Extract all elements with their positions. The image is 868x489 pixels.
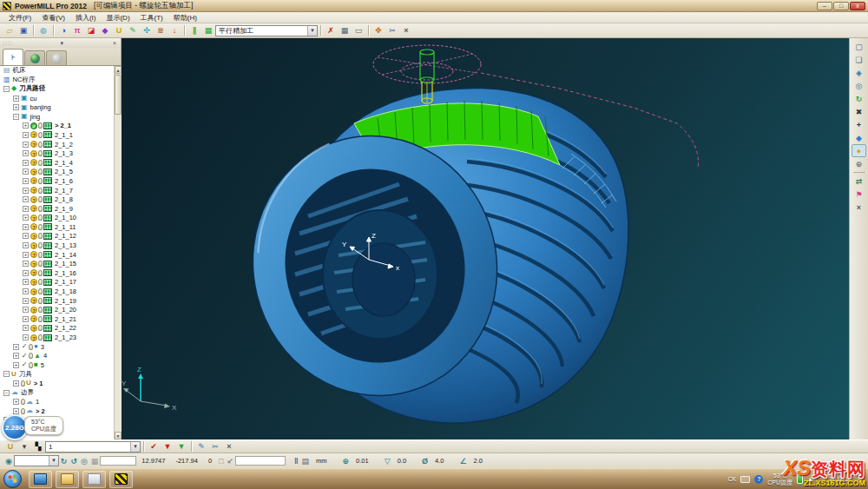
tree-item[interactable]: +?2_1_17 bbox=[0, 278, 122, 287]
tree-item[interactable]: +?2_1_16 bbox=[0, 268, 122, 278]
view-shaded-icon[interactable]: ◆ bbox=[852, 131, 866, 144]
scroll-thumb[interactable] bbox=[115, 75, 122, 115]
expand-toggle-icon[interactable]: + bbox=[13, 344, 19, 350]
chevron-down-icon[interactable]: ▼ bbox=[307, 26, 317, 36]
visibility-bulb-icon[interactable] bbox=[38, 122, 43, 129]
expand-toggle-icon[interactable]: − bbox=[3, 86, 10, 92]
expand-toggle-icon[interactable]: + bbox=[13, 353, 19, 359]
expand-toggle-icon[interactable]: + bbox=[23, 298, 29, 304]
tree-item[interactable]: +✓■5 bbox=[0, 360, 122, 370]
view-refresh-icon[interactable]: ↻ bbox=[852, 92, 866, 105]
tab-explorer-tree[interactable]: ⊦ bbox=[3, 49, 23, 65]
tree-item[interactable]: +?2_1_18 bbox=[0, 287, 122, 296]
calculator-icon[interactable]: ▦ bbox=[338, 24, 352, 36]
taskbar-app-powermill[interactable] bbox=[109, 471, 133, 488]
expand-toggle-icon[interactable]: + bbox=[23, 325, 29, 331]
visibility-bulb-icon[interactable] bbox=[38, 160, 43, 166]
expand-toggle-icon[interactable]: + bbox=[23, 150, 29, 156]
expand-toggle-icon[interactable]: + bbox=[23, 196, 29, 202]
tree-item[interactable]: +?2_1_5 bbox=[0, 168, 122, 177]
grid-toggle-icon[interactable]: ▦ bbox=[91, 457, 99, 466]
visibility-bulb-icon[interactable] bbox=[38, 270, 43, 276]
taskbar-app-folder[interactable] bbox=[56, 471, 79, 488]
visibility-bulb-icon[interactable] bbox=[38, 252, 43, 258]
tool-icon[interactable]: U bbox=[112, 24, 126, 36]
tree-item[interactable]: +▣banjing bbox=[0, 102, 122, 112]
tree-item[interactable]: +?2_1_1 bbox=[0, 130, 122, 140]
visibility-bulb-icon[interactable] bbox=[38, 169, 43, 175]
edit-toolpath-icon[interactable]: ✥ bbox=[372, 24, 385, 36]
visibility-bulb-icon[interactable] bbox=[21, 408, 25, 414]
expand-toggle-icon[interactable]: − bbox=[13, 114, 19, 120]
minimize-button[interactable]: – bbox=[817, 2, 832, 10]
chevron-down-icon[interactable]: ▼ bbox=[130, 442, 140, 452]
view-flag-icon[interactable]: ⚑ bbox=[852, 188, 866, 201]
expand-toggle-icon[interactable]: + bbox=[23, 316, 29, 322]
view-transform-icon[interactable]: ⇄ bbox=[852, 175, 866, 188]
active-workplane-icon[interactable]: ◑ bbox=[56, 24, 70, 36]
point-distribution-icon[interactable]: ✣ bbox=[140, 24, 154, 36]
tree-item[interactable]: −☁边界 bbox=[0, 388, 122, 398]
snap-field[interactable] bbox=[100, 456, 136, 466]
chevron-down-icon[interactable]: ▼ bbox=[49, 456, 58, 466]
expand-toggle-icon[interactable]: + bbox=[23, 122, 29, 129]
expand-toggle-icon[interactable]: + bbox=[23, 307, 29, 313]
edit-pencil-icon[interactable]: ✎ bbox=[194, 440, 208, 453]
visibility-bulb-icon[interactable] bbox=[38, 142, 43, 148]
menu-查看V[interactable]: 查看(V) bbox=[36, 13, 70, 23]
rapid-heights-icon[interactable]: ↓ bbox=[168, 24, 181, 36]
statistics-icon[interactable]: ▭ bbox=[352, 24, 365, 36]
view-zoom-box-icon[interactable]: ◎ bbox=[852, 79, 866, 92]
save-project-icon[interactable]: ▣ bbox=[16, 24, 30, 36]
expand-toggle-icon[interactable]: − bbox=[3, 371, 10, 377]
leads-and-links-icon[interactable]: ∥ bbox=[187, 24, 201, 36]
open-project-icon[interactable]: ▱ bbox=[3, 24, 16, 36]
expand-toggle-icon[interactable]: + bbox=[13, 104, 19, 110]
tree-item[interactable]: −▣jing bbox=[0, 112, 122, 122]
collision-check-icon[interactable]: ▼ bbox=[174, 440, 188, 453]
view-shiny-icon[interactable]: ● bbox=[852, 144, 866, 157]
tool-number-combo[interactable]: 1▼ bbox=[45, 441, 141, 453]
tool-dropdown-arrow-icon[interactable]: ▾ bbox=[17, 440, 31, 453]
measure-icon[interactable]: ↙ bbox=[227, 457, 234, 466]
taskbar-app-photos[interactable] bbox=[82, 471, 106, 488]
tree-item[interactable]: +?2_1_23 bbox=[0, 333, 122, 342]
visibility-bulb-icon[interactable] bbox=[38, 215, 43, 221]
expand-toggle-icon[interactable]: + bbox=[23, 206, 29, 212]
tree-item[interactable]: +?2_1_4 bbox=[0, 158, 122, 168]
start-button[interactable] bbox=[3, 470, 22, 488]
tree-item[interactable]: ▥NC程序 bbox=[0, 76, 122, 85]
visibility-bulb-icon[interactable] bbox=[38, 224, 43, 230]
expand-toggle-icon[interactable]: + bbox=[23, 142, 29, 148]
tree-item[interactable]: +?2_1_13 bbox=[0, 241, 122, 250]
view-resize-icon[interactable]: ▢ bbox=[852, 40, 866, 53]
menu-文件F[interactable]: 文件(F) bbox=[3, 13, 36, 23]
viewport-3d[interactable]: Z x Y bbox=[122, 38, 849, 439]
gear-model[interactable] bbox=[226, 88, 628, 423]
tree-item[interactable]: +?2_1_12 bbox=[0, 232, 122, 241]
visibility-bulb-icon[interactable] bbox=[21, 380, 25, 387]
tree-item[interactable]: +✓> 2_1 bbox=[0, 122, 122, 131]
visibility-bulb-icon[interactable] bbox=[38, 298, 43, 304]
visibility-bulb-icon[interactable] bbox=[38, 307, 43, 313]
view-wireframe-icon[interactable]: ⊕ bbox=[852, 157, 866, 170]
visibility-bulb-icon[interactable] bbox=[38, 325, 43, 331]
tree-item[interactable]: ▤机床 bbox=[0, 66, 122, 76]
visibility-bulb-icon[interactable] bbox=[21, 399, 25, 405]
pattern-icon[interactable]: π bbox=[70, 24, 84, 36]
models-icon[interactable]: ◪ bbox=[84, 24, 98, 36]
tree-item[interactable]: +?2_1_21 bbox=[0, 314, 122, 324]
visibility-bulb-icon[interactable] bbox=[38, 261, 43, 267]
visibility-bulb-icon[interactable] bbox=[29, 344, 33, 350]
view-iso-icon[interactable]: ◈ bbox=[852, 66, 866, 79]
keyboard-icon[interactable] bbox=[740, 476, 750, 483]
taskbar-app-media[interactable] bbox=[29, 471, 52, 488]
menu-显示D[interactable]: 显示(D) bbox=[101, 13, 135, 23]
tree-item[interactable]: +✓▲4 bbox=[0, 351, 122, 360]
visibility-bulb-icon[interactable] bbox=[38, 279, 43, 285]
visibility-bulb-icon[interactable] bbox=[38, 150, 43, 156]
view-multi-window-icon[interactable]: ❏ bbox=[852, 53, 866, 66]
expand-toggle-icon[interactable]: + bbox=[23, 169, 29, 175]
visibility-bulb-icon[interactable] bbox=[38, 334, 43, 340]
block-icon[interactable]: ▚ bbox=[31, 440, 45, 453]
